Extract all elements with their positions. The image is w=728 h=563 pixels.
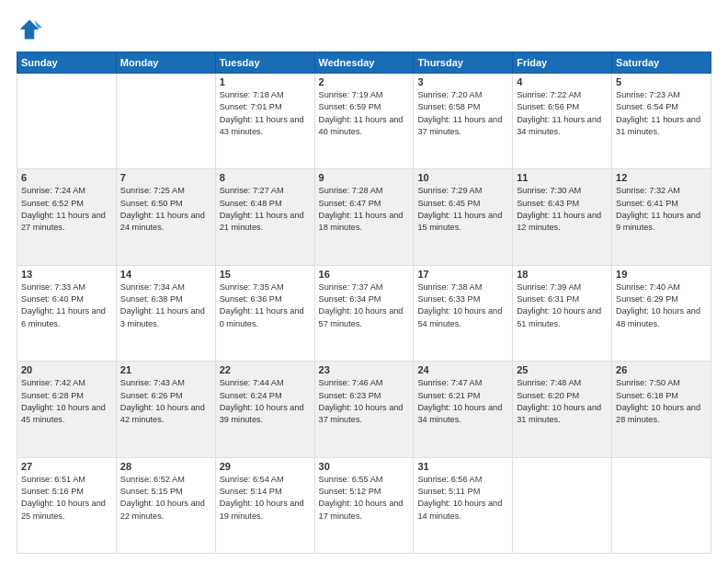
- calendar-cell: [612, 457, 711, 553]
- calendar-cell: 29Sunrise: 6:54 AMSunset: 5:14 PMDayligh…: [215, 457, 314, 553]
- calendar-cell: 9Sunrise: 7:28 AMSunset: 6:47 PMDaylight…: [314, 169, 414, 265]
- logo: [17, 17, 46, 42]
- day-info: Sunrise: 7:29 AMSunset: 6:45 PMDaylight:…: [417, 185, 508, 234]
- day-info: Sunrise: 7:37 AMSunset: 6:34 PMDaylight:…: [319, 282, 410, 330]
- day-number: 30: [319, 461, 410, 472]
- day-number: 9: [319, 172, 410, 183]
- calendar-cell: 10Sunrise: 7:29 AMSunset: 6:45 PMDayligh…: [414, 169, 513, 265]
- day-number: 25: [517, 364, 608, 375]
- calendar-cell: 26Sunrise: 7:50 AMSunset: 6:18 PMDayligh…: [612, 362, 711, 457]
- day-info: Sunrise: 7:48 AMSunset: 6:20 PMDaylight:…: [517, 377, 608, 426]
- day-info: Sunrise: 6:54 AMSunset: 5:14 PMDaylight:…: [220, 474, 311, 523]
- calendar-cell: 27Sunrise: 6:51 AMSunset: 5:16 PMDayligh…: [17, 457, 117, 553]
- day-info: Sunrise: 7:40 AMSunset: 6:29 PMDaylight:…: [616, 282, 707, 330]
- day-info: Sunrise: 7:27 AMSunset: 6:48 PMDaylight:…: [220, 185, 311, 234]
- calendar-cell: 22Sunrise: 7:44 AMSunset: 6:24 PMDayligh…: [215, 362, 314, 457]
- day-number: 4: [517, 76, 608, 87]
- day-info: Sunrise: 7:24 AMSunset: 6:52 PMDaylight:…: [21, 185, 112, 234]
- calendar-cell: 8Sunrise: 7:27 AMSunset: 6:48 PMDaylight…: [215, 169, 314, 265]
- calendar-cell: 12Sunrise: 7:32 AMSunset: 6:41 PMDayligh…: [612, 169, 711, 265]
- day-info: Sunrise: 7:20 AMSunset: 6:58 PMDaylight:…: [417, 89, 508, 138]
- day-info: Sunrise: 7:25 AMSunset: 6:50 PMDaylight:…: [120, 185, 211, 234]
- day-info: Sunrise: 6:56 AMSunset: 5:11 PMDaylight:…: [417, 474, 508, 523]
- calendar-cell: [17, 74, 117, 169]
- calendar-cell: 6Sunrise: 7:24 AMSunset: 6:52 PMDaylight…: [17, 169, 117, 265]
- day-number: 22: [220, 364, 311, 375]
- calendar-cell: 23Sunrise: 7:46 AMSunset: 6:23 PMDayligh…: [314, 362, 414, 457]
- col-header-thursday: Thursday: [414, 52, 513, 74]
- calendar-cell: 13Sunrise: 7:33 AMSunset: 6:40 PMDayligh…: [17, 265, 117, 361]
- day-info: Sunrise: 7:43 AMSunset: 6:26 PMDaylight:…: [120, 377, 211, 426]
- calendar-table: SundayMondayTuesdayWednesdayThursdayFrid…: [17, 52, 711, 554]
- calendar-cell: 18Sunrise: 7:39 AMSunset: 6:31 PMDayligh…: [513, 265, 612, 361]
- day-number: 26: [616, 364, 707, 375]
- calendar-cell: 1Sunrise: 7:18 AMSunset: 7:01 PMDaylight…: [215, 74, 314, 169]
- calendar-cell: 30Sunrise: 6:55 AMSunset: 5:12 PMDayligh…: [314, 457, 414, 553]
- day-number: 18: [517, 269, 608, 280]
- day-number: 28: [120, 461, 211, 472]
- day-info: Sunrise: 7:44 AMSunset: 6:24 PMDaylight:…: [220, 377, 311, 426]
- calendar-cell: 31Sunrise: 6:56 AMSunset: 5:11 PMDayligh…: [414, 457, 513, 553]
- day-number: 3: [417, 76, 508, 87]
- col-header-monday: Monday: [116, 52, 215, 74]
- col-header-friday: Friday: [513, 52, 612, 74]
- day-info: Sunrise: 7:35 AMSunset: 6:36 PMDaylight:…: [220, 282, 311, 330]
- day-info: Sunrise: 7:39 AMSunset: 6:31 PMDaylight:…: [517, 282, 608, 330]
- day-number: 8: [220, 172, 311, 183]
- day-number: 5: [616, 76, 707, 87]
- day-number: 20: [21, 364, 112, 375]
- col-header-saturday: Saturday: [612, 52, 711, 74]
- day-info: Sunrise: 7:38 AMSunset: 6:33 PMDaylight:…: [417, 282, 508, 330]
- day-info: Sunrise: 7:30 AMSunset: 6:43 PMDaylight:…: [517, 185, 608, 234]
- calendar-cell: 20Sunrise: 7:42 AMSunset: 6:28 PMDayligh…: [17, 362, 117, 457]
- calendar-cell: [513, 457, 612, 553]
- calendar-cell: 14Sunrise: 7:34 AMSunset: 6:38 PMDayligh…: [116, 265, 215, 361]
- day-number: 21: [120, 364, 211, 375]
- col-header-tuesday: Tuesday: [215, 52, 314, 74]
- day-number: 29: [220, 461, 311, 472]
- day-number: 6: [21, 172, 112, 183]
- calendar-cell: 25Sunrise: 7:48 AMSunset: 6:20 PMDayligh…: [513, 362, 612, 457]
- day-info: Sunrise: 6:51 AMSunset: 5:16 PMDaylight:…: [21, 474, 112, 523]
- day-info: Sunrise: 7:28 AMSunset: 6:47 PMDaylight:…: [319, 185, 410, 234]
- calendar-cell: 19Sunrise: 7:40 AMSunset: 6:29 PMDayligh…: [612, 265, 711, 361]
- day-number: 17: [417, 269, 508, 280]
- calendar-week-row: 27Sunrise: 6:51 AMSunset: 5:16 PMDayligh…: [17, 457, 711, 553]
- calendar-cell: 21Sunrise: 7:43 AMSunset: 6:26 PMDayligh…: [116, 362, 215, 457]
- col-header-wednesday: Wednesday: [314, 52, 414, 74]
- calendar-cell: 4Sunrise: 7:22 AMSunset: 6:56 PMDaylight…: [513, 74, 612, 169]
- calendar-cell: 11Sunrise: 7:30 AMSunset: 6:43 PMDayligh…: [513, 169, 612, 265]
- calendar-cell: 3Sunrise: 7:20 AMSunset: 6:58 PMDaylight…: [414, 74, 513, 169]
- page-header: [17, 17, 711, 42]
- calendar-header-row: SundayMondayTuesdayWednesdayThursdayFrid…: [17, 52, 711, 74]
- calendar-cell: 28Sunrise: 6:52 AMSunset: 5:15 PMDayligh…: [116, 457, 215, 553]
- logo-icon: [17, 17, 42, 42]
- day-number: 2: [319, 76, 410, 87]
- day-info: Sunrise: 7:19 AMSunset: 6:59 PMDaylight:…: [319, 89, 410, 138]
- calendar-cell: 5Sunrise: 7:23 AMSunset: 6:54 PMDaylight…: [612, 74, 711, 169]
- day-number: 16: [319, 269, 410, 280]
- day-info: Sunrise: 7:42 AMSunset: 6:28 PMDaylight:…: [21, 377, 112, 426]
- day-number: 15: [220, 269, 311, 280]
- calendar-cell: 16Sunrise: 7:37 AMSunset: 6:34 PMDayligh…: [314, 265, 414, 361]
- day-info: Sunrise: 6:55 AMSunset: 5:12 PMDaylight:…: [319, 474, 410, 523]
- day-number: 24: [417, 364, 508, 375]
- calendar-week-row: 20Sunrise: 7:42 AMSunset: 6:28 PMDayligh…: [17, 362, 711, 457]
- day-number: 13: [21, 269, 112, 280]
- day-number: 31: [417, 461, 508, 472]
- day-number: 19: [616, 269, 707, 280]
- day-number: 1: [220, 76, 311, 87]
- day-number: 12: [616, 172, 707, 183]
- day-number: 7: [120, 172, 211, 183]
- day-number: 14: [120, 269, 211, 280]
- day-info: Sunrise: 7:50 AMSunset: 6:18 PMDaylight:…: [616, 377, 707, 426]
- day-info: Sunrise: 7:22 AMSunset: 6:56 PMDaylight:…: [517, 89, 608, 138]
- calendar-cell: 15Sunrise: 7:35 AMSunset: 6:36 PMDayligh…: [215, 265, 314, 361]
- day-info: Sunrise: 7:34 AMSunset: 6:38 PMDaylight:…: [120, 282, 211, 330]
- day-info: Sunrise: 7:18 AMSunset: 7:01 PMDaylight:…: [220, 89, 311, 138]
- day-info: Sunrise: 7:33 AMSunset: 6:40 PMDaylight:…: [21, 282, 112, 330]
- day-number: 11: [517, 172, 608, 183]
- calendar-cell: 2Sunrise: 7:19 AMSunset: 6:59 PMDaylight…: [314, 74, 414, 169]
- calendar-week-row: 1Sunrise: 7:18 AMSunset: 7:01 PMDaylight…: [17, 74, 711, 169]
- day-info: Sunrise: 6:52 AMSunset: 5:15 PMDaylight:…: [120, 474, 211, 523]
